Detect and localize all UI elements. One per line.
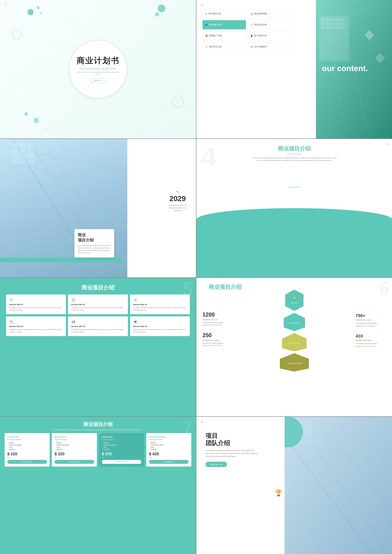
plan-creative: CREATIVE A wonderful serenity ✓Startup ✓…: [99, 433, 144, 467]
services-grid: ⚙ Service title #1 A wonderful serenity …: [6, 295, 190, 336]
menu-item-1[interactable]: 🗂 商业项目介绍: [203, 9, 246, 18]
choose-plan-btn-4[interactable]: Choose Plan: [149, 460, 189, 464]
check-icon: ✓: [55, 442, 56, 444]
year-number: 2029: [167, 194, 188, 203]
hex-2: Your text here: [283, 312, 306, 332]
check-icon: ✓: [55, 449, 56, 450]
service-icon-3: 🖥: [133, 298, 138, 302]
deco-dot-outline: [12, 31, 21, 40]
svg-text:Your text here: Your text here: [289, 342, 300, 344]
menu-item-8[interactable]: 🤝 合作共赢模式: [248, 42, 291, 51]
svg-rect-11: [335, 18, 339, 21]
deco-dot: [28, 9, 34, 15]
service-card-1: ⚙ Service title #1 A wonderful serenity …: [6, 295, 66, 314]
svg-text:Your text goes here: Your text goes here: [287, 362, 302, 364]
start-button[interactable]: 素材办公: [90, 78, 106, 83]
slide2-photo: our content.: [316, 0, 392, 139]
plan-features-1: ✓Startup ✓Project Description ✓icing ✓pr…: [7, 442, 47, 450]
svg-rect-19: [326, 26, 330, 29]
svg-text:🏆: 🏆: [293, 297, 296, 300]
svg-rect-63: [304, 426, 312, 432]
hex-area: 🏆 Text here Your text here Your: [236, 294, 353, 367]
check-icon: ✓: [7, 446, 8, 448]
hex-4: Your text goes here: [279, 352, 310, 372]
svg-rect-33: [12, 143, 18, 148]
check-icon: ✓: [102, 442, 103, 444]
menu-item-7[interactable]: ⭐ 项目亮点分析: [203, 42, 246, 51]
customer-icon: 👤: [250, 35, 253, 37]
menu-item-5[interactable]: 🎯 品牌推广方案: [203, 31, 246, 40]
title-circle: 商业计划书 business powerpoint presentation a…: [69, 40, 127, 98]
deco-dot-outline: [171, 96, 184, 108]
svg-rect-13: [321, 22, 325, 25]
svg-rect-10: [330, 18, 334, 21]
read-more-button[interactable]: read more text: [206, 462, 227, 467]
stat-2: 1270 A wonderful serenity has taken poss…: [287, 166, 302, 177]
svg-rect-39: [12, 154, 18, 159]
slide4-desc: A wonderful serenity has taken possessio…: [247, 157, 342, 162]
check-icon: ✓: [7, 442, 8, 444]
timeline-button[interactable]: see timeline: [285, 185, 304, 189]
deco-dot: [40, 12, 42, 14]
info-title: 商业 项目介绍: [78, 232, 111, 243]
plan-features-4: ✓Startup ✓Project Description ✓icing ✓pr…: [149, 442, 189, 450]
brand-icon: 🎯: [205, 35, 208, 37]
slide8-content: 项目 团队介绍 a wonderful serenity has taken p…: [206, 432, 273, 467]
choose-plan-btn-1[interactable]: Choose Plan: [7, 460, 47, 464]
svg-rect-44: [28, 160, 34, 164]
slide-1: 1 商业计划书 business powerpoint presentation…: [0, 0, 196, 139]
main-title: 商业计划书: [77, 56, 119, 66]
choose-plan-btn-3[interactable]: Choose Plan: [102, 460, 141, 464]
check-icon: ✓: [7, 449, 8, 450]
svg-rect-41: [28, 154, 34, 159]
choose-plan-btn-2[interactable]: Choose Plan: [55, 460, 94, 464]
plan-professional: PROFESSIONAL A wonderful serenity ✓Start…: [146, 433, 191, 467]
hex-svg-1: 🏆 Text here: [284, 289, 304, 312]
menu-item-6[interactable]: 👤 客户群体分析: [248, 31, 291, 40]
service-icon-6: 💻: [133, 319, 138, 324]
svg-rect-12: [340, 18, 343, 21]
slide2-menu: 🗂 商业项目介绍 📊 项目预算明细 👥 项目团队介绍 📈 商业市场分析 🎯 品牌…: [203, 9, 291, 51]
plan-features-2: ✓Startup ✓Project Description ✓icing ✓pr…: [55, 442, 94, 450]
slide8-title: 项目 团队介绍: [206, 432, 273, 447]
hex-1: 🏆 Text here: [284, 289, 304, 312]
service-card-4: 🔧 Service title #4 A wonderful serenity …: [6, 316, 66, 336]
svg-rect-38: [28, 149, 34, 153]
slide-number: 2: [201, 3, 203, 7]
green-stripe: [0, 258, 121, 262]
deco-dot: [37, 6, 40, 9]
service-card-2: 📋 Service title #2 A wonderful serenity …: [68, 295, 128, 314]
highlight-icon: ⭐: [205, 46, 208, 48]
slide-2: 2: [196, 0, 392, 139]
plan-features-3: ✓Startup ✓Project Description ✓icing ✓pr…: [102, 442, 141, 450]
hex-svg-4: Your text goes here: [279, 352, 310, 372]
slide5-title: 商业项目介绍: [0, 278, 196, 291]
slide-number: 4: [386, 142, 388, 146]
briefcase-icon: 🗂: [205, 13, 207, 15]
stat-1: 3328 A wonderful serenity has taken poss…: [260, 166, 275, 177]
hex-3: Your text here: [281, 332, 307, 352]
svg-rect-66: [304, 433, 312, 438]
slide-6: 6 商业项目介绍 1200 Subtitle text one A wonder…: [196, 278, 392, 416]
check-icon: ✓: [7, 444, 8, 446]
service-icon-1: ⚙: [9, 298, 14, 302]
menu-item-3[interactable]: 👥 项目团队介绍: [203, 20, 246, 29]
right-stat-1: 750+ Subtitle text two • A wonderful ser…: [356, 313, 386, 328]
stat-block-2: 250 Subtitle text three A wonderful sere…: [203, 332, 233, 347]
menu-item-2[interactable]: 📊 项目预算明细: [248, 9, 291, 18]
svg-rect-16: [335, 22, 339, 25]
slide8-desc: a wonderful serenity has taken possessio…: [206, 449, 258, 458]
svg-rect-9: [326, 18, 330, 21]
svg-line-32: [0, 192, 122, 215]
partner-icon: 🤝: [250, 46, 253, 48]
stat-3: 750+ A wonderful serenity has taken poss…: [314, 166, 329, 177]
slide-number: 1: [5, 3, 7, 7]
desc-text: add your text here, or copy-paste and se…: [77, 71, 119, 76]
timeline-btn-area[interactable]: see timeline: [196, 185, 392, 189]
menu-item-4[interactable]: 📈 商业市场分析: [248, 20, 291, 29]
hex-svg-3: Your text here: [281, 332, 307, 352]
down-arrow-area: ▼: [196, 179, 392, 183]
slide-5: 5 商业项目介绍 ⚙ Service title #1 A wonderful …: [0, 278, 196, 416]
slide-number: 8: [201, 420, 203, 424]
svg-rect-14: [326, 22, 330, 25]
